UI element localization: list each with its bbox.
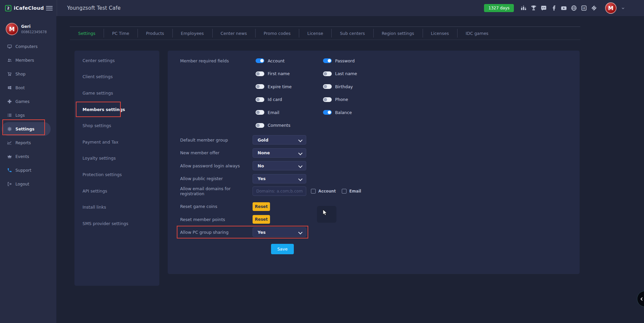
tab[interactable]: Center news — [212, 31, 255, 36]
toggle-switch[interactable] — [323, 110, 332, 115]
subnav-item-label: Shop settings — [83, 123, 111, 128]
tab[interactable]: Products — [138, 31, 172, 36]
youtube-icon[interactable] — [560, 4, 568, 12]
checkbox-label: Email — [349, 189, 361, 194]
globe-icon[interactable] — [570, 4, 578, 12]
main-content: Settings PC Time Products Employees Cent… — [56, 16, 644, 323]
toggle-switch[interactable] — [256, 97, 264, 102]
form-row-label: Default member group — [180, 138, 253, 143]
form-row-label: Allow public register — [180, 176, 253, 181]
trophy-icon[interactable] — [530, 4, 537, 12]
dropdown-select[interactable]: None — [253, 148, 306, 158]
toggle-label: Balance — [335, 110, 352, 115]
toggle-switch[interactable] — [256, 71, 264, 76]
sidebar-item-computers[interactable]: Computers — [2, 40, 51, 53]
chevron-down-icon[interactable] — [621, 5, 625, 11]
support-phone-icon — [7, 168, 12, 173]
toggle-label: Account — [268, 58, 284, 63]
toggle-knob — [256, 85, 260, 88]
settings-subnav-item[interactable]: Center settings — [74, 52, 159, 69]
toggle-row: Account — [256, 58, 291, 63]
settings-subnav-item[interactable]: Members settings — [74, 101, 159, 118]
sidebar: M Geri 008612345678 Computers Members Sh… — [0, 16, 56, 323]
form-row-label: New member offer — [180, 150, 253, 155]
sidebar-item-reports[interactable]: Reports — [2, 136, 51, 150]
save-button[interactable]: Save — [271, 244, 294, 254]
sidebar-item-games[interactable]: Games — [2, 95, 51, 108]
form-row-label: Reset member points — [180, 217, 253, 222]
toggle-switch[interactable] — [256, 123, 264, 128]
shop-cart-icon — [7, 71, 12, 77]
select-rows: Default member group Gold New member off… — [180, 135, 306, 187]
tab[interactable]: Sub centers — [331, 31, 373, 36]
tab[interactable]: Licenses — [423, 31, 458, 36]
days-remaining-badge[interactable]: 1327 days — [484, 4, 514, 12]
settings-subnav-item[interactable]: Protection settings — [74, 166, 159, 183]
settings-subnav-item[interactable]: Client settings — [74, 69, 159, 85]
toggle-switch[interactable] — [323, 84, 332, 89]
form-row: New member offer None — [180, 148, 306, 158]
settings-subnav-item[interactable]: SMS provider settings — [74, 215, 159, 232]
dropdown-select[interactable]: Yes — [253, 174, 306, 183]
settings-subnav-item[interactable]: Loyalty settings — [74, 150, 159, 167]
sidebar-nav: Computers Members Shop Boot Games Logs — [0, 40, 56, 191]
settings-subnav-item[interactable]: Install links — [74, 199, 159, 215]
toggle-switch[interactable] — [323, 97, 332, 102]
settings-subnav-item[interactable]: Game settings — [74, 85, 159, 101]
tab[interactable]: Settings — [70, 31, 104, 36]
toggle-switch[interactable] — [256, 58, 264, 63]
reset-button[interactable]: Reset — [253, 202, 270, 211]
logo-text: iCafeCloud — [14, 5, 46, 11]
tab[interactable]: License — [299, 31, 331, 36]
settings-subnav-item[interactable]: API settings — [74, 183, 159, 199]
tab[interactable]: Promo codes — [255, 31, 299, 36]
dropdown-select[interactable]: Gold — [253, 135, 306, 145]
form-row-label: Reset game coins — [180, 204, 253, 209]
discord-icon[interactable] — [540, 4, 547, 12]
boot-windows-icon — [7, 85, 12, 91]
toggle-switch[interactable] — [323, 58, 332, 63]
dropdown-select[interactable]: No — [253, 161, 306, 170]
sidebar-item-logs[interactable]: Logs — [2, 108, 51, 122]
settings-subnav-item[interactable]: Payment and Tax — [74, 134, 159, 150]
toggle-switch[interactable] — [256, 110, 264, 115]
subnav-item-label: Install links — [83, 205, 106, 210]
tab[interactable]: IDC games — [457, 31, 497, 36]
icafecloud-site-icon[interactable]: i2 — [580, 4, 588, 12]
settings-subnav-item[interactable]: Shop settings — [74, 117, 159, 134]
sidebar-item-shop[interactable]: Shop — [2, 67, 51, 81]
hamburger-menu-icon[interactable] — [46, 6, 53, 10]
subnav-item-label: SMS provider settings — [83, 221, 128, 226]
toggle-row: First name — [256, 71, 291, 76]
sidebar-item-support[interactable]: Support — [2, 163, 51, 177]
user-avatar[interactable]: M — [605, 2, 616, 14]
reset-button[interactable]: Reset — [253, 215, 270, 224]
form-row: Reset member points Reset — [180, 215, 270, 224]
toggle-knob — [256, 72, 260, 75]
toggle-switch[interactable] — [256, 84, 264, 89]
pc-group-sharing-label: Allow PC group sharing — [180, 230, 253, 235]
account-checkbox[interactable]: Account — [311, 189, 336, 194]
tab[interactable]: Region settings — [373, 31, 423, 36]
tab[interactable]: PC Time — [104, 31, 138, 36]
email-checkbox[interactable]: Email — [342, 189, 361, 194]
tab-bar: Settings PC Time Products Employees Cent… — [70, 26, 580, 40]
sidebar-item-settings[interactable]: Settings — [2, 122, 51, 136]
tab-label: License — [307, 31, 323, 36]
toggle-switch[interactable] — [323, 71, 332, 76]
toggle-label: Password — [335, 58, 355, 63]
facebook-icon[interactable] — [550, 4, 557, 12]
tab[interactable]: Employees — [172, 31, 212, 36]
youngzsoft-layers-icon[interactable] — [590, 4, 598, 12]
toggle-knob — [328, 59, 331, 62]
sidebar-item-events[interactable]: Events — [2, 150, 51, 163]
sidebar-item-members[interactable]: Members — [2, 53, 51, 67]
reset-rows: Reset game coins Reset Reset member poin… — [180, 202, 270, 228]
pc-group-sharing-select[interactable]: Yes — [253, 227, 306, 237]
email-domains-label: Allow email domains for registration — [180, 186, 253, 196]
dropdown-value: No — [258, 163, 264, 168]
sidebar-item-boot[interactable]: Boot — [2, 81, 51, 95]
email-domains-input[interactable] — [253, 186, 306, 196]
sidebar-item-logout[interactable]: Logout — [2, 177, 51, 191]
ranking-podium-icon[interactable] — [520, 4, 527, 12]
